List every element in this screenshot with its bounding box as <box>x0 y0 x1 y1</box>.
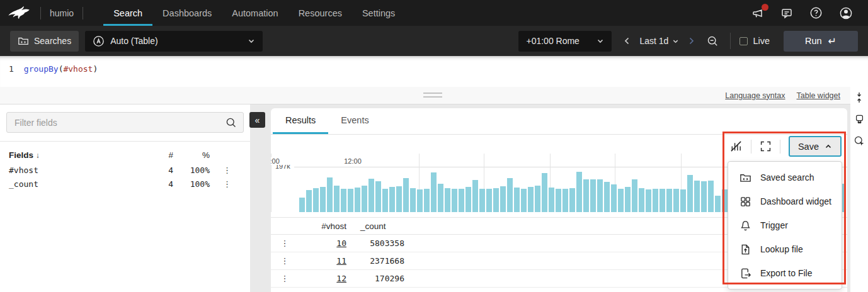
live-checkbox[interactable] <box>740 37 748 45</box>
vhost-value-link[interactable]: 12 <box>299 274 346 283</box>
vhost-value-link[interactable]: 11 <box>299 256 346 266</box>
chevron-down-icon <box>672 38 679 45</box>
live-toggle[interactable]: Live <box>740 36 770 46</box>
time-back-button[interactable] <box>620 34 633 48</box>
fields-header-label: Fields <box>9 150 33 160</box>
view-mode-select[interactable]: Auto (Table) <box>85 31 263 52</box>
export-file-icon <box>740 267 751 279</box>
fields-header-row: Fields ↓ # % <box>9 148 241 162</box>
fullscreen-icon[interactable] <box>760 140 772 152</box>
menu-item-lookup-file[interactable]: Lookup file <box>728 237 842 261</box>
field-count: 4 <box>144 179 173 189</box>
histogram-bar <box>611 184 617 212</box>
nav-tab-settings[interactable]: Settings <box>352 0 405 26</box>
histogram-bar <box>542 173 547 212</box>
saved-search-icon <box>740 172 751 184</box>
inspect-search-icon[interactable] <box>854 135 865 147</box>
profile-avatar-icon[interactable] <box>839 6 853 20</box>
histogram-bar <box>341 189 346 212</box>
histogram-bar <box>452 189 457 212</box>
timezone-value: +01:00 Rome <box>526 36 579 46</box>
menu-item-trigger[interactable]: Trigger <box>728 213 842 237</box>
view-mode-value: Auto (Table) <box>110 36 157 46</box>
field-row-vhost[interactable]: #vhost 4 100% ⋮ <box>9 163 241 177</box>
histogram-bar <box>479 189 485 212</box>
menu-item-label: Lookup file <box>760 244 803 254</box>
resize-handle[interactable] <box>423 93 442 100</box>
searches-button[interactable]: Searches <box>10 31 79 52</box>
crowdstrike-falcon-logo-icon[interactable] <box>8 5 31 21</box>
histogram-bar <box>465 187 471 212</box>
histogram-bar <box>590 179 596 212</box>
histogram-bar <box>562 189 568 212</box>
histogram-bar <box>459 189 464 212</box>
nav-tab-resources[interactable]: Resources <box>288 0 352 26</box>
menu-item-export-to-file[interactable]: Export to File <box>728 261 842 285</box>
sort-direction-icon[interactable]: ↓ <box>36 151 40 160</box>
x-tick-label: 12:00 <box>335 157 370 165</box>
query-monitor-icon[interactable] <box>854 114 865 125</box>
chat-feedback-icon[interactable] <box>780 7 793 20</box>
timezone-select[interactable]: +01:00 Rome <box>518 31 612 52</box>
histogram-bar <box>666 189 672 212</box>
count-value: 170296 <box>346 274 404 283</box>
zoom-out-time-icon[interactable] <box>704 33 721 50</box>
save-button[interactable]: Save <box>789 136 842 157</box>
histogram-bar <box>403 178 409 212</box>
time-forward-button[interactable] <box>685 34 698 48</box>
top-nav: humio Search Dashboards Automation Resou… <box>0 0 868 26</box>
row-menu-icon[interactable]: ⋮ <box>271 274 299 283</box>
histogram-bar <box>472 180 478 212</box>
run-button[interactable]: Run ↵ <box>784 31 858 52</box>
chevron-down-icon <box>597 37 604 45</box>
field-menu-icon[interactable]: ⋮ <box>210 166 241 175</box>
save-dropdown-menu: Saved search Dashboard widget Trigger Lo… <box>728 161 842 289</box>
column-header-count[interactable]: _count <box>346 222 404 231</box>
collapse-vertical-icon[interactable] <box>854 91 865 104</box>
hide-histogram-icon[interactable] <box>729 140 743 153</box>
histogram-bar <box>687 175 693 212</box>
histogram-bar <box>431 172 437 212</box>
table-widget-link[interactable]: Table widget <box>797 91 841 100</box>
help-icon[interactable] <box>809 6 823 20</box>
query-editor[interactable]: 1 groupBy(#vhost) <box>0 56 868 87</box>
histogram-bar <box>320 187 326 212</box>
language-syntax-link[interactable]: Language syntax <box>725 91 785 100</box>
vhost-value-link[interactable]: 10 <box>299 239 346 248</box>
column-header-vhost[interactable]: #vhost <box>299 222 346 231</box>
nav-tab-search[interactable]: Search <box>103 0 152 26</box>
menu-item-saved-search[interactable]: Saved search <box>728 166 842 189</box>
histogram-bar <box>722 189 728 212</box>
histogram-bar <box>348 189 353 212</box>
histogram-bar <box>576 172 582 212</box>
tab-events[interactable]: Events <box>328 108 381 134</box>
collapse-fields-panel-button[interactable]: « <box>249 112 265 128</box>
histogram-bar <box>569 188 575 212</box>
content-area: Filter fields Fields ↓ # % #vhost 4 100%… <box>0 104 868 292</box>
menu-item-dashboard-widget[interactable]: Dashboard widget <box>728 189 842 213</box>
nav-tab-dashboards[interactable]: Dashboards <box>152 0 222 26</box>
notification-badge <box>762 4 768 11</box>
right-utility-rail <box>850 87 868 292</box>
announcements-icon[interactable] <box>751 7 764 20</box>
fields-panel: Filter fields Fields ↓ # % #vhost 4 100%… <box>0 104 250 292</box>
histogram-bar <box>334 186 340 212</box>
menu-item-label: Saved search <box>760 172 814 182</box>
splitter-bar: Language syntax Table widget <box>0 87 868 104</box>
repository-name[interactable]: humio <box>50 8 74 18</box>
histogram-bar <box>673 189 679 212</box>
field-menu-icon[interactable]: ⋮ <box>210 179 241 189</box>
filter-fields-input[interactable]: Filter fields <box>6 112 244 133</box>
histogram-bar <box>500 186 506 212</box>
time-range-select[interactable]: Last 1d <box>639 36 679 46</box>
save-label: Save <box>798 142 819 152</box>
row-menu-icon[interactable]: ⋮ <box>271 256 299 266</box>
nav-tab-automation[interactable]: Automation <box>222 0 288 26</box>
query-text: groupBy(#vhost) <box>24 64 98 87</box>
histogram-bar <box>528 187 534 212</box>
field-row-count[interactable]: _count 4 100% ⋮ <box>9 177 241 191</box>
row-menu-icon[interactable]: ⋮ <box>271 239 299 248</box>
tab-results[interactable]: Results <box>273 108 328 134</box>
count-value: 5803358 <box>346 239 404 248</box>
histogram-bar <box>521 189 527 212</box>
